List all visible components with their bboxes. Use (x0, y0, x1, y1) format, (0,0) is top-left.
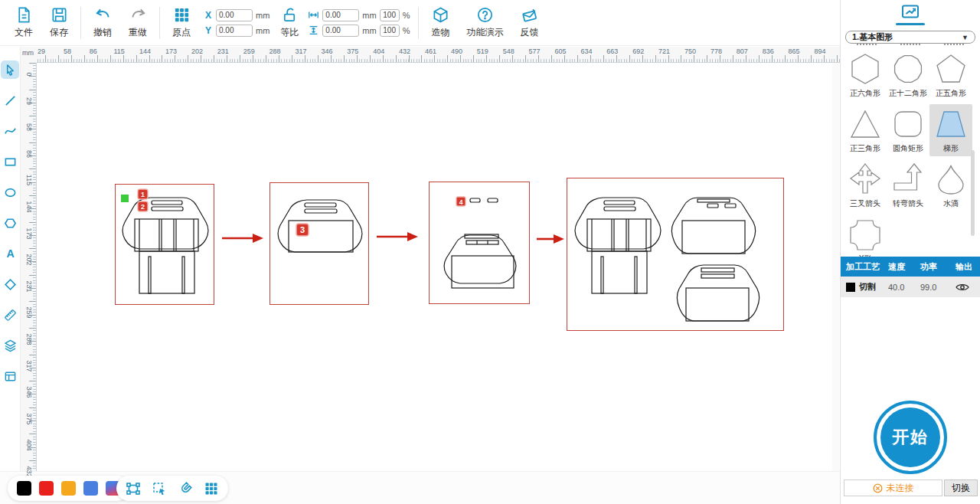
process-table-body: 切割40.099.0 (841, 277, 980, 297)
width-arrow-icon (308, 10, 319, 20)
grid-icon[interactable] (204, 481, 219, 496)
v-ruler-tick: 288 (25, 333, 33, 345)
cube-icon (432, 6, 449, 24)
tool-select[interactable] (1, 61, 19, 79)
svg-text:2: 2 (141, 203, 145, 211)
width-percent-input[interactable] (380, 9, 400, 21)
origin-button[interactable]: 原点 (164, 6, 199, 39)
shape-item-triangle[interactable]: 正三角形 (844, 104, 887, 156)
color-palette (8, 476, 129, 501)
clipped-label-row (845, 44, 975, 47)
frame-crop-icon[interactable] (126, 481, 141, 496)
shape-item-rounded-rect[interactable]: 圆角矩形 (887, 104, 929, 156)
v-ruler-tick: 259 (25, 307, 33, 319)
redo-button[interactable]: 重做 (120, 6, 155, 39)
connection-status-label: 未连接 (887, 482, 914, 495)
tool-ellipse[interactable] (1, 183, 19, 201)
shape-item-trapezoid[interactable]: 梯形 (929, 104, 972, 156)
v-ruler-tick: 231 (25, 280, 33, 292)
magnet-icon[interactable] (178, 481, 193, 496)
shape-item-three-way-arrow[interactable]: 三叉箭头 (844, 159, 887, 211)
h-ruler-tick: 86 (90, 47, 97, 55)
y-input[interactable] (216, 25, 253, 37)
height-input[interactable] (322, 25, 359, 37)
demo-button[interactable]: 功能演示 (458, 6, 511, 39)
v-ruler-tick: 29 (25, 97, 33, 105)
ratio-lock-button[interactable]: 等比 (276, 6, 303, 39)
canvas-object-group-3[interactable]: 4 (429, 182, 530, 304)
color-swatch-1[interactable] (17, 481, 31, 496)
col-process: 加工工艺 (841, 261, 888, 273)
shape-item-water-drop[interactable]: 水滴 (929, 159, 972, 211)
tool-text[interactable]: A (1, 244, 19, 263)
feedback-button[interactable]: 反馈 (511, 6, 547, 39)
x-input[interactable] (216, 9, 253, 21)
shape-item-pentagon[interactable]: 正五角形 (929, 49, 972, 101)
canvas-object-group-4[interactable] (567, 178, 784, 331)
h-ruler-tick: 115 (114, 47, 125, 55)
h-ruler-tick: 346 (321, 47, 332, 55)
h-ruler-tick: 634 (580, 47, 592, 55)
eye-icon[interactable] (956, 283, 969, 292)
v-ruler: 0295886115144173202231259288317346375404… (21, 63, 37, 471)
file-button[interactable]: 文件 (6, 6, 41, 39)
process-table: 加工工艺 速度 功率 输出 切割40.099.0 (841, 257, 980, 297)
process-row[interactable]: 切割40.099.0 (841, 277, 980, 297)
h-ruler-tick: 29 (38, 47, 45, 55)
origin-label: 原点 (172, 26, 191, 39)
tool-rectangle[interactable] (1, 152, 19, 171)
tool-eraser[interactable] (1, 275, 19, 293)
toolbar-divider (418, 7, 419, 39)
view-tools (116, 476, 228, 501)
color-swatch-3[interactable] (61, 481, 76, 496)
tool-table-panel[interactable] (1, 367, 19, 385)
shape-item-turn-arrow[interactable]: 转弯箭头 (887, 159, 929, 211)
transform-select-icon[interactable] (152, 481, 167, 496)
v-ruler-tick: 115 (25, 175, 33, 185)
h-ruler-tick: 663 (606, 47, 618, 55)
shape-label: 转弯箭头 (893, 198, 923, 209)
undo-button[interactable]: 撤销 (85, 6, 120, 39)
width-input[interactable] (322, 9, 359, 21)
x-unit: mm (256, 11, 270, 20)
switch-button-label: 切换 (952, 482, 970, 495)
layer-badge-3[interactable]: 3 (296, 224, 309, 236)
tool-curve[interactable] (1, 122, 19, 140)
file-label: 文件 (15, 26, 33, 39)
connection-bar: 未连接 切换 (844, 479, 978, 496)
color-swatch-2[interactable] (39, 481, 54, 496)
shape-item-hexagon[interactable]: 正六角形 (844, 49, 887, 101)
h-ruler-tick: 144 (139, 47, 151, 55)
tab-shape-library[interactable] (896, 5, 925, 25)
undo-icon (94, 6, 112, 24)
bag-drawing-a (575, 198, 661, 293)
connection-status[interactable]: 未连接 (844, 479, 942, 496)
height-percent-input[interactable] (380, 25, 400, 37)
h-ruler-tick: 432 (399, 47, 410, 55)
pentagon-icon (933, 52, 969, 86)
save-button[interactable]: 保存 (41, 6, 77, 39)
three-way-arrow-icon (848, 162, 883, 196)
process-name: 切割 (859, 281, 876, 293)
tool-measure[interactable] (1, 306, 19, 324)
canvas-object-group-2[interactable]: 3 (270, 182, 369, 305)
switch-device-button[interactable]: 切换 (944, 479, 978, 496)
layer-badge-4[interactable]: 4 (456, 197, 466, 206)
canvas-object-group-1[interactable]: 1 2 (115, 184, 214, 305)
canvas[interactable]: 1 2 3 (37, 63, 831, 471)
layer-badge-2[interactable]: 2 (138, 201, 148, 211)
layer-badge-1[interactable]: 1 (138, 189, 148, 199)
color-swatch-4[interactable] (83, 481, 98, 496)
tool-layers[interactable] (1, 336, 19, 355)
canvas-scrollbar[interactable] (832, 63, 839, 471)
shape-item-dodecagon[interactable]: 正十二角形 (887, 49, 929, 101)
tool-polygon[interactable] (1, 214, 19, 232)
svg-text:A: A (6, 247, 14, 260)
turn-arrow-icon (890, 162, 926, 196)
create-button[interactable]: 造物 (423, 6, 458, 39)
start-button[interactable]: 开始 (874, 401, 947, 474)
tool-line[interactable] (1, 91, 19, 110)
gallery-scrollbar[interactable] (971, 150, 975, 236)
green-handle[interactable] (121, 195, 129, 202)
shape-category-dropdown[interactable]: 1.基本图形 ▼ (845, 31, 975, 44)
